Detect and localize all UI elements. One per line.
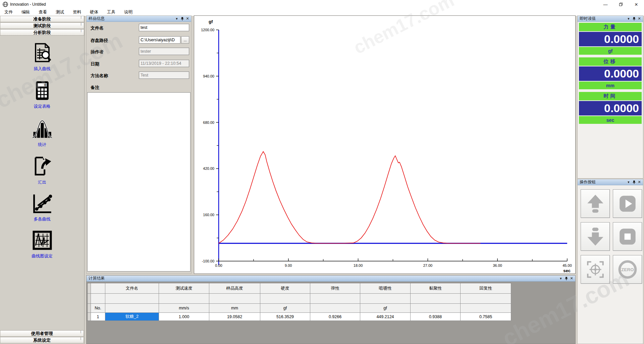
restore-button[interactable] bbox=[613, 0, 629, 9]
tool-set-table[interactable]: 0 设定表格 bbox=[0, 80, 84, 109]
panel-menu-icon[interactable]: ▼ bbox=[626, 180, 631, 185]
svg-text:-100.00: -100.00 bbox=[202, 259, 214, 263]
row-number-cell[interactable]: 1 bbox=[91, 313, 105, 321]
probe-up-button[interactable] bbox=[581, 189, 610, 218]
svg-text:0: 0 bbox=[44, 83, 46, 87]
method-name-label: 方法名称 bbox=[91, 73, 108, 79]
svg-text:gf: gf bbox=[209, 19, 213, 24]
stage-tab-prepare[interactable]: 准备阶段 ⋮ bbox=[0, 16, 84, 22]
arrow-up-icon bbox=[585, 193, 606, 214]
svg-text:940.00: 940.00 bbox=[203, 74, 214, 78]
column-header: 样品高度 bbox=[209, 283, 260, 294]
unit-cell bbox=[310, 304, 360, 313]
window-title: Innovation - Untitled bbox=[10, 2, 46, 7]
column-header: 测试速度 bbox=[159, 283, 209, 294]
application-window: Innovation - Untitled — ✕ 文件 编辑 查看 测试 资料… bbox=[0, 0, 644, 344]
column-header: 硬度 bbox=[260, 283, 310, 294]
save-path-label: 存盘路径 bbox=[91, 38, 108, 44]
zero-button[interactable]: ZERO bbox=[613, 255, 642, 284]
hardness-cell[interactable]: 516.3529 bbox=[260, 313, 310, 321]
tool-export[interactable]: 汇出 bbox=[0, 156, 84, 185]
menu-tools[interactable]: 工具 bbox=[103, 9, 120, 15]
panel-title: 计算结果 bbox=[89, 276, 105, 281]
browse-button[interactable]: ... bbox=[181, 36, 189, 44]
panel-menu-icon[interactable]: ▼ bbox=[174, 16, 179, 21]
calculation-results-panel: 计算结果 ▼ ✕ 文件名 测试速度 样品高度 硬度 弹性 咀嚼性 黏聚性 回复性 bbox=[86, 275, 576, 344]
unit-cell: gf bbox=[360, 304, 411, 313]
pin-icon[interactable] bbox=[564, 276, 569, 281]
panel-close-icon[interactable]: ✕ bbox=[185, 16, 190, 21]
test-speed-cell[interactable]: 1.000 bbox=[159, 313, 209, 321]
file-name-cell-selected[interactable]: 软糖_2 bbox=[105, 313, 159, 321]
tool-insert-curve[interactable]: 插入曲线 bbox=[0, 43, 84, 72]
tool-label: 汇出 bbox=[0, 180, 84, 185]
svg-text:160.00: 160.00 bbox=[203, 213, 214, 217]
menu-file[interactable]: 文件 bbox=[0, 9, 17, 15]
user-management-button[interactable]: 使用者管理 ⋮ bbox=[0, 330, 84, 337]
system-settings-button[interactable]: 系统设定 ⋮ bbox=[0, 337, 84, 343]
stage-tab-label: 测试阶段 bbox=[34, 23, 51, 29]
save-path-input[interactable] bbox=[139, 36, 180, 44]
no-label-cell: No. bbox=[91, 304, 105, 313]
stage-tab-label: 分析阶段 bbox=[34, 30, 51, 36]
row-selector[interactable] bbox=[88, 313, 91, 321]
menu-data[interactable]: 资料 bbox=[68, 9, 86, 15]
svg-text:36.00: 36.00 bbox=[493, 263, 502, 267]
method-name-input bbox=[139, 71, 189, 79]
tool-label: 统计 bbox=[0, 142, 84, 148]
panel-menu-icon[interactable]: ▼ bbox=[626, 16, 631, 21]
resilience-cell[interactable]: 0.7585 bbox=[461, 313, 511, 321]
operator-input bbox=[139, 48, 189, 55]
grip-dots-icon: ⋮ bbox=[79, 338, 82, 340]
tool-chart-settings[interactable]: 曲线图设定 bbox=[0, 230, 84, 259]
menu-test[interactable]: 测试 bbox=[51, 9, 68, 15]
unit-cell: mm bbox=[209, 304, 260, 313]
pin-icon[interactable] bbox=[631, 16, 637, 21]
play-icon bbox=[617, 193, 638, 214]
menu-view[interactable]: 查看 bbox=[34, 9, 51, 15]
menu-help[interactable]: 说明 bbox=[120, 9, 137, 15]
panel-close-icon[interactable]: ✕ bbox=[569, 276, 574, 281]
stage-tab-analyze[interactable]: 分析阶段 ⋮ bbox=[0, 29, 84, 36]
sample-height-cell[interactable]: 19.0582 bbox=[209, 313, 260, 321]
pin-icon[interactable] bbox=[179, 16, 185, 21]
multi-curve-icon bbox=[32, 193, 53, 214]
bottom-tab-label: 使用者管理 bbox=[31, 331, 53, 337]
no-column-header bbox=[91, 283, 105, 294]
remark-label: 备注 bbox=[91, 85, 99, 91]
menu-edit[interactable]: 编辑 bbox=[17, 9, 34, 15]
sidebar: 准备阶段 ⋮ 测试阶段 ⋮ 分析阶段 ⋮ 插入曲线 bbox=[0, 16, 85, 344]
start-test-button[interactable] bbox=[613, 189, 642, 218]
title-bar: Innovation - Untitled — ✕ bbox=[0, 0, 644, 9]
chewiness-cell[interactable]: 449.2124 bbox=[360, 313, 411, 321]
springiness-cell[interactable]: 0.9266 bbox=[310, 313, 360, 321]
tool-label: 设定表格 bbox=[0, 104, 84, 109]
pin-icon[interactable] bbox=[631, 180, 637, 185]
stage-tab-test[interactable]: 测试阶段 ⋮ bbox=[0, 22, 84, 29]
operator-label: 操作者 bbox=[91, 49, 104, 55]
unit-cell bbox=[461, 304, 511, 313]
zero-button-label: ZERO bbox=[621, 267, 634, 272]
cohesiveness-cell[interactable]: 0.9388 bbox=[411, 313, 461, 321]
svg-text:18.00: 18.00 bbox=[354, 263, 363, 267]
tool-multi-curve[interactable]: 多条曲线 bbox=[0, 193, 84, 222]
calculator-icon: 0 bbox=[32, 80, 53, 101]
panel-close-icon[interactable]: ✕ bbox=[637, 180, 642, 185]
panel-menu-icon[interactable]: ▼ bbox=[558, 276, 564, 281]
column-header: 文件名 bbox=[105, 283, 159, 294]
menu-hardware[interactable]: 硬体 bbox=[86, 9, 103, 15]
file-name-input[interactable] bbox=[139, 24, 189, 31]
force-label: 力量 bbox=[579, 23, 642, 31]
remark-textarea[interactable] bbox=[87, 92, 191, 272]
probe-position-button[interactable] bbox=[581, 255, 610, 284]
minimize-button[interactable]: — bbox=[598, 0, 613, 9]
tool-statistics[interactable]: 统计 bbox=[0, 118, 84, 148]
panel-title: 即时读值 bbox=[580, 16, 596, 21]
panel-close-icon[interactable]: ✕ bbox=[637, 16, 642, 21]
stage-tab-label: 准备阶段 bbox=[34, 16, 51, 22]
probe-down-button[interactable] bbox=[581, 222, 610, 251]
close-button[interactable]: ✕ bbox=[629, 0, 644, 9]
chart-settings-icon bbox=[32, 230, 53, 251]
stop-test-button[interactable] bbox=[613, 222, 642, 251]
svg-text:sec: sec bbox=[563, 268, 571, 273]
